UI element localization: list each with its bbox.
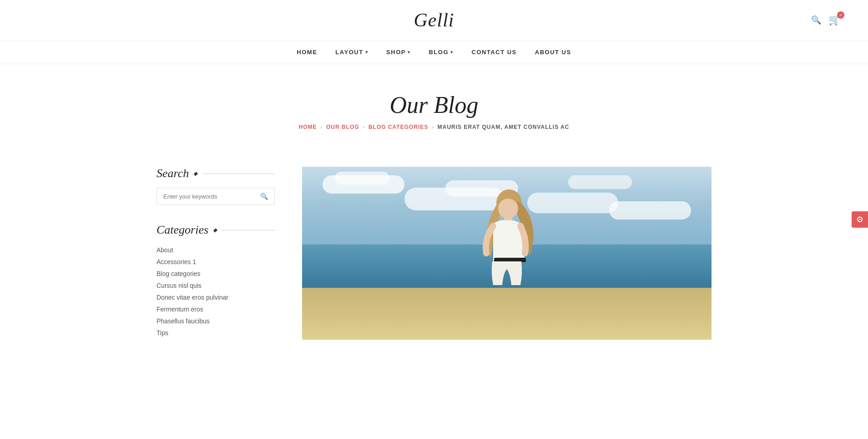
site-logo[interactable]: Gelli — [414, 9, 454, 31]
section-divider — [202, 174, 275, 174]
breadcrumb-current: MAURIS ERAT QUAM, AMET CONVALLIS AC — [438, 124, 570, 130]
nav-item-home[interactable]: HOME — [297, 49, 317, 56]
search-input[interactable] — [157, 189, 254, 204]
cloud-7 — [609, 201, 691, 220]
sidebar: Search ◆ 🔍 Categories ◆ About Accessorie… — [156, 167, 275, 340]
breadcrumb-blog-categories[interactable]: BLOG CATEGORIES — [368, 124, 428, 130]
diamond-icon: ◆ — [193, 170, 197, 177]
categories-section-title: Categories ◆ — [156, 223, 275, 237]
list-item[interactable]: Fermentum eros — [156, 303, 275, 315]
cart-icon[interactable]: 🛒 0 — [828, 14, 841, 26]
list-item[interactable]: Donec vitae eros pulvinar — [156, 291, 275, 303]
breadcrumb: HOME › OUR BLOG › BLOG CATEGORIES › MAUR… — [9, 124, 859, 130]
nav-item-about[interactable]: ABOUT US — [535, 49, 571, 56]
settings-gear-button[interactable]: ⚙ — [852, 211, 868, 228]
list-item[interactable]: Blog categories — [156, 268, 275, 280]
search-icon: 🔍 — [260, 193, 268, 200]
page-title-area: Our Blog HOME › OUR BLOG › BLOG CATEGORI… — [0, 64, 868, 148]
image-inner — [302, 167, 712, 340]
search-icon[interactable]: 🔍 — [811, 15, 821, 25]
nav-item-blog[interactable]: BLOG ▾ — [429, 49, 453, 56]
nav-item-contact[interactable]: CONTACT US — [472, 49, 517, 56]
search-button[interactable]: 🔍 — [254, 188, 274, 204]
search-section-title: Search ◆ — [156, 167, 275, 180]
svg-point-3 — [498, 199, 518, 219]
breadcrumb-separator-1: › — [321, 125, 323, 130]
sand-bg — [302, 288, 712, 340]
breadcrumb-home[interactable]: HOME — [299, 124, 317, 130]
blog-featured-image — [302, 167, 712, 340]
breadcrumb-separator-2: › — [363, 125, 365, 130]
chevron-down-icon: ▾ — [408, 50, 411, 55]
list-item[interactable]: Cursus nisl quis — [156, 280, 275, 291]
list-item[interactable]: About — [156, 244, 275, 256]
list-item[interactable]: Phasellus faucibus — [156, 315, 275, 327]
woman-figure — [466, 189, 548, 291]
chevron-down-icon: ▾ — [365, 50, 368, 55]
list-item[interactable]: Accessories 1 — [156, 256, 275, 268]
site-header: Gelli 🔍 🛒 0 — [0, 0, 868, 41]
cart-badge: 0 — [837, 11, 844, 19]
page-title: Our Blog — [9, 92, 859, 118]
list-item[interactable]: Tips — [156, 327, 275, 339]
main-nav: HOME LAYOUT ▾ SHOP ▾ BLOG ▾ CONTACT US A… — [0, 41, 868, 64]
header-icons: 🔍 🛒 0 — [811, 14, 841, 26]
main-layout: Search ◆ 🔍 Categories ◆ About Accessorie… — [138, 167, 730, 340]
diamond-icon: ◆ — [213, 227, 217, 234]
breadcrumb-our-blog[interactable]: OUR BLOG — [326, 124, 359, 130]
categories-list: About Accessories 1 Blog categories Curs… — [156, 244, 275, 339]
nav-item-shop[interactable]: SHOP ▾ — [386, 49, 410, 56]
section-divider — [222, 230, 275, 230]
cloud-6 — [568, 175, 632, 189]
main-content — [302, 167, 712, 340]
nav-item-layout[interactable]: LAYOUT ▾ — [335, 49, 368, 56]
chevron-down-icon: ▾ — [450, 50, 454, 55]
cloud-2 — [335, 172, 389, 184]
search-box: 🔍 — [156, 188, 275, 205]
gear-icon: ⚙ — [856, 214, 863, 225]
breadcrumb-separator-3: › — [432, 125, 434, 130]
